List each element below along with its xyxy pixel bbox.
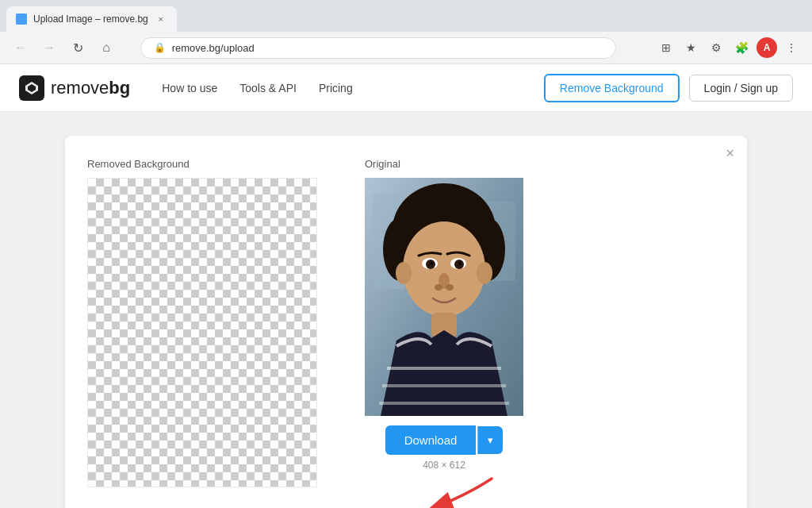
settings-icon[interactable]: ⚙ xyxy=(706,37,728,59)
svg-point-36 xyxy=(430,262,433,265)
remove-background-button[interactable]: Remove Background xyxy=(544,74,680,102)
address-bar-row: ← → ↻ ⌂ 🔒 remove.bg/upload ⊞ ★ ⚙ 🧩 A ⋮ xyxy=(0,32,812,64)
bookmark-icon[interactable]: ★ xyxy=(680,37,703,59)
arrow-svg xyxy=(365,471,523,508)
logo-icon xyxy=(19,75,44,101)
profile-avatar[interactable]: A xyxy=(756,37,777,58)
svg-point-37 xyxy=(458,262,462,265)
download-row: Download ▾ xyxy=(385,425,504,455)
nav-actions: Remove Background Login / Sign up xyxy=(544,74,793,102)
menu-icon[interactable]: ⋮ xyxy=(780,37,802,59)
right-section: Original xyxy=(365,158,523,508)
tab-bar: Upload Image – remove.bg × xyxy=(0,0,812,32)
close-button[interactable]: × xyxy=(726,145,734,162)
result-card: × Removed Background xyxy=(65,136,747,508)
browser-tab[interactable]: Upload Image – remove.bg × xyxy=(6,6,177,32)
nav-how-to-use[interactable]: How to use xyxy=(162,82,217,94)
removed-bg-image xyxy=(87,178,317,487)
translate-icon[interactable]: ⊞ xyxy=(655,37,677,59)
logo-remove: remove xyxy=(51,78,109,98)
download-button[interactable]: Download xyxy=(385,425,477,455)
site-navbar: removebg How to use Tools & API Pricing … xyxy=(0,64,812,112)
logo-svg xyxy=(24,80,40,96)
address-bar[interactable]: 🔒 remove.bg/upload xyxy=(140,37,616,59)
extensions-icon[interactable]: 🧩 xyxy=(731,37,753,59)
logo-bg: bg xyxy=(109,78,130,98)
tab-favicon xyxy=(16,13,27,25)
browser-toolbar-icons: ⊞ ★ ⚙ 🧩 A ⋮ xyxy=(655,37,802,59)
removed-bg-label: Removed Background xyxy=(87,158,317,170)
main-content: × Removed Background xyxy=(0,112,812,508)
nav-tools-api[interactable]: Tools & API xyxy=(239,82,297,94)
checker-background xyxy=(88,179,316,487)
logo-text: removebg xyxy=(51,78,130,98)
download-dropdown-button[interactable]: ▾ xyxy=(477,426,503,454)
refresh-button[interactable]: ↻ xyxy=(67,37,89,59)
svg-point-40 xyxy=(446,284,454,291)
home-button[interactable]: ⌂ xyxy=(95,37,117,59)
arrow-annotation-container xyxy=(365,471,523,508)
original-label: Original xyxy=(365,158,523,170)
original-image xyxy=(365,178,523,416)
login-signup-button[interactable]: Login / Sign up xyxy=(689,75,793,102)
logo[interactable]: removebg xyxy=(19,75,130,101)
removed-bg-section: Removed Background xyxy=(87,158,317,487)
address-text: remove.bg/upload xyxy=(172,42,603,54)
nav-links: How to use Tools & API Pricing xyxy=(162,82,544,94)
svg-point-31 xyxy=(477,262,492,284)
forward-button[interactable]: → xyxy=(38,37,60,59)
original-section: Original xyxy=(365,158,523,416)
tab-close-icon[interactable]: × xyxy=(155,13,167,25)
image-size-label: 408 × 612 xyxy=(423,460,465,471)
back-button[interactable]: ← xyxy=(10,37,32,59)
original-person-svg xyxy=(365,178,523,416)
nav-pricing[interactable]: Pricing xyxy=(319,82,353,94)
svg-point-39 xyxy=(435,284,442,291)
tab-title: Upload Image – remove.bg xyxy=(33,13,148,25)
lock-icon: 🔒 xyxy=(154,42,166,53)
browser-chrome: Upload Image – remove.bg × ← → ↻ ⌂ 🔒 rem… xyxy=(0,0,812,64)
svg-point-30 xyxy=(396,262,412,284)
